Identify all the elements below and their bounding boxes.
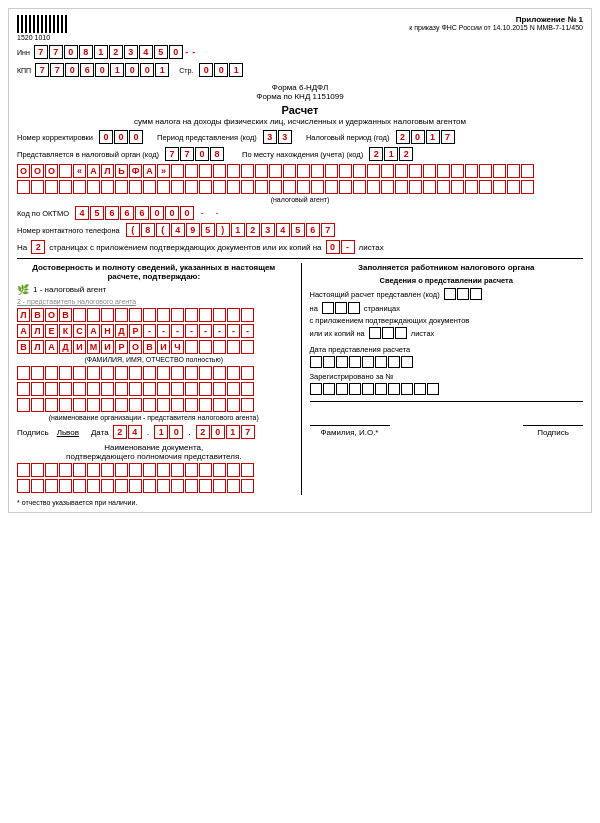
pages2-c2: -	[341, 240, 355, 254]
date-submitted-row: Дата представления расчета	[310, 345, 584, 368]
registered-row: Зарегистрировано за №	[310, 372, 584, 395]
kpp-label: КПП	[17, 67, 31, 74]
inn-sep1: -	[184, 45, 190, 59]
cp-c2	[382, 327, 394, 339]
phone-row: Номер контактного телефона ( 8 ( 4 9 5 )…	[17, 223, 583, 237]
op-c2	[335, 302, 347, 314]
kpp-c3: 0	[65, 63, 79, 77]
cp-c3	[395, 327, 407, 339]
inn-c1: 7	[34, 45, 48, 59]
pages-cell: 2	[31, 240, 45, 254]
date-d1: 2	[113, 425, 127, 439]
leaf-icon: 🌿	[17, 284, 29, 295]
cp-c1	[369, 327, 381, 339]
on-pages-label: на	[310, 304, 318, 313]
date-y2: 0	[211, 425, 225, 439]
op-c1	[322, 302, 334, 314]
doc-row2	[17, 479, 291, 493]
date-submitted-label: Дата представления расчета	[310, 345, 411, 354]
kpp-c6: 1	[110, 63, 124, 77]
inn-c4: 8	[79, 45, 93, 59]
signature-row: Подпись Львов Дата 2 4 . 1 0 . 2 0 1 7	[17, 425, 291, 439]
sub-title: сумм налога на доходы физических лиц, ис…	[17, 117, 583, 126]
footer-fio-line: Фамилия, И.О.*	[310, 425, 390, 437]
str-label: Стр.	[179, 67, 193, 74]
date-d2: 4	[128, 425, 142, 439]
two-col-section: Достоверность и полноту сведений, указан…	[17, 263, 583, 495]
confirm-title: Достоверность и полноту сведений, указан…	[17, 263, 291, 281]
presented-cells: 7 7 0 8	[165, 147, 224, 161]
top-right: Приложение № 1 к приказу ФНС России от 1…	[409, 15, 583, 31]
footer-sign: Подпись	[523, 405, 583, 437]
footnote: * отчество указывается при наличии.	[17, 499, 583, 506]
sub-c2	[457, 288, 469, 300]
org-name-row1: О О О « А Л Ь Ф А »	[17, 164, 583, 178]
on-pages-right: на страницах	[310, 302, 584, 314]
right-col: Заполняется работником налогового органа…	[301, 263, 584, 495]
inn-c6: 2	[109, 45, 123, 59]
str-c1: 0	[199, 63, 213, 77]
inn-row: Инн 7 7 0 8 1 2 3 4 5 0 - -	[17, 45, 243, 59]
correction-cells: 0 0 0	[99, 130, 143, 144]
kpp-c9: 1	[155, 63, 169, 77]
form-row-1: Номер корректировки 0 0 0 Период предста…	[17, 130, 583, 144]
agent-option-text: 1 - налоговый агент	[33, 285, 106, 294]
agent-option-sub: 2 - представитель налогового агента	[17, 298, 291, 305]
tp-c4: 7	[441, 130, 455, 144]
sub-c3	[470, 288, 482, 300]
doc-title-section: Наименование документа, подтверждающего …	[17, 443, 291, 493]
period-cells: 3 3	[263, 130, 292, 144]
main-title: Расчет	[17, 104, 583, 116]
submitted-row: Настоящий расчет представлен (код)	[310, 288, 584, 300]
barcode-id: 1520 1010	[17, 34, 50, 41]
footer-sign-line: Подпись	[523, 425, 583, 437]
barcode-image	[17, 15, 67, 33]
oktmo-label: Код по ОКТМО	[17, 209, 69, 218]
agent-option-row: 🌿 1 - налоговый агент	[17, 284, 291, 295]
pages-before: На	[17, 243, 27, 252]
date-m1: 1	[154, 425, 168, 439]
presented-label: Представляется в налоговый орган (код)	[17, 150, 159, 159]
sign-name: Львов	[57, 428, 79, 437]
form-title-area: Форма 6-НДФЛ Форма по КНД 1151099 Расчет…	[17, 83, 583, 126]
tp-c2: 0	[411, 130, 425, 144]
on-pages-unit: страницах	[364, 304, 400, 313]
str-cells: 0 0 1	[199, 63, 243, 77]
tp-c3: 1	[426, 130, 440, 144]
per-c1: 3	[263, 130, 277, 144]
date-y1: 2	[196, 425, 210, 439]
phone-label: Номер контактного телефона	[17, 226, 120, 235]
nalog-agent-label: (налоговый агент)	[17, 196, 583, 203]
date-m2: 0	[169, 425, 183, 439]
kpp-c8: 0	[140, 63, 154, 77]
appendix-ref: к приказу ФНС России от 14.10.2015 N ММВ…	[409, 24, 583, 31]
kpp-c7: 0	[125, 63, 139, 77]
submitted-label: Настоящий расчет представлен (код)	[310, 290, 440, 299]
date-y3: 1	[226, 425, 240, 439]
loc-c1: 2	[369, 147, 383, 161]
copies-row: или их копий на листах	[310, 327, 584, 339]
registered-label: Зарегистрировано за №	[310, 372, 394, 381]
inn-c3: 0	[64, 45, 78, 59]
org-rep-label: (наименование организации - представител…	[17, 414, 291, 421]
inn-c2: 7	[49, 45, 63, 59]
doc-title-label: Наименование документа,	[17, 443, 291, 452]
right-footer: Фамилия, И.О.* Подпись	[310, 401, 584, 437]
sign-label: Подпись	[17, 428, 49, 437]
inn-c8: 4	[139, 45, 153, 59]
correction-label: Номер корректировки	[17, 133, 93, 142]
location-label: По месту нахождения (учета) (код)	[242, 150, 363, 159]
rep-row2	[17, 382, 291, 396]
name-row3: В Л А Д И М И Р О В И Ч	[17, 340, 291, 354]
pr-c3: 0	[195, 147, 209, 161]
kpp-c5: 0	[95, 63, 109, 77]
inn-c7: 3	[124, 45, 138, 59]
inn-c9: 5	[154, 45, 168, 59]
inn-label: Инн	[17, 49, 30, 56]
kpp-cells: 7 7 0 6 0 1 0 0 1	[35, 63, 169, 77]
info-label: Сведения о представлении расчета	[310, 276, 584, 285]
name-row2: А Л Е К С А Н Д Р - - - - - - - -	[17, 324, 291, 338]
section-divider	[17, 258, 583, 259]
pages2-c1: 0	[326, 240, 340, 254]
per-c2: 3	[278, 130, 292, 144]
